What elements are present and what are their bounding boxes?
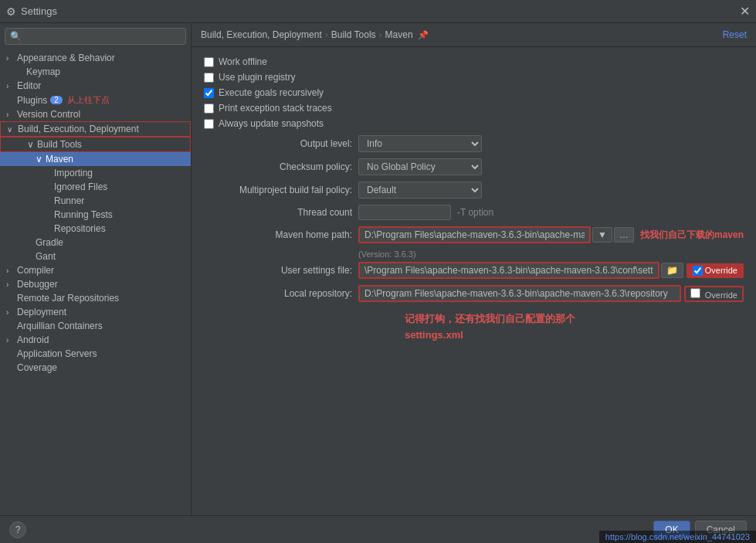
- maven-home-dropdown[interactable]: ▼: [592, 227, 612, 243]
- sidebar-item-appearance[interactable]: › Appearance & Behavior: [0, 51, 191, 65]
- url-bar: https://blog.csdn.net/weixin_44741023: [599, 531, 756, 543]
- maven-home-control: ▼ …: [358, 226, 634, 243]
- pin-icon: 📌: [418, 30, 429, 40]
- sidebar-item-build-tools[interactable]: ∨ Build Tools: [0, 137, 191, 152]
- local-repo-control: Override: [358, 285, 744, 302]
- output-level-select[interactable]: Info: [358, 135, 482, 152]
- local-repo-label: Local repository:: [204, 288, 358, 299]
- sidebar-item-runner[interactable]: Runner: [0, 194, 191, 208]
- override-check-input[interactable]: [693, 266, 703, 276]
- plugin-registry-label: Use plugin registry: [219, 72, 295, 83]
- sidebar-item-android[interactable]: › Android: [0, 333, 191, 347]
- user-settings-input[interactable]: [358, 262, 659, 279]
- sidebar-item-editor[interactable]: › Editor: [0, 79, 191, 93]
- override-checkbox-user[interactable]: Override: [687, 263, 744, 278]
- thread-count-input[interactable]: [358, 205, 451, 220]
- sidebar-item-maven[interactable]: ∨ Maven: [0, 152, 191, 166]
- sidebar-item-remote-jar[interactable]: Remote Jar Repositories: [0, 291, 191, 305]
- sidebar-item-label: Appearance & Behavior: [17, 53, 115, 63]
- sidebar-item-keymap[interactable]: Keymap: [0, 65, 191, 79]
- sidebar-item-gant[interactable]: Gant: [0, 249, 191, 263]
- sidebar-item-label: Runner: [54, 195, 84, 206]
- maven-home-input[interactable]: [358, 226, 591, 243]
- annotation-settings: 记得打钩，还有找我们自己配置的那个settings.xml: [405, 311, 744, 344]
- collapse-arrow: [6, 294, 14, 303]
- help-button[interactable]: ?: [9, 521, 26, 538]
- sidebar-item-coverage[interactable]: Coverage: [0, 361, 191, 375]
- close-button[interactable]: ✕: [740, 4, 750, 19]
- thread-count-control: -T option: [358, 205, 744, 220]
- collapse-arrow: ›: [6, 54, 14, 63]
- title-bar: ⚙ Settings ✕: [0, 0, 756, 23]
- sidebar-item-gradle[interactable]: Gradle: [0, 236, 191, 249]
- sidebar-item-build-exec[interactable]: ∨ Build, Execution, Deployment: [0, 121, 191, 137]
- user-settings-control: 📁 Override: [358, 262, 744, 279]
- collapse-arrow: ›: [6, 82, 14, 90]
- breadcrumb-part2: Build Tools: [331, 29, 376, 40]
- sidebar-item-importing[interactable]: Importing: [0, 166, 191, 180]
- always-update-checkbox[interactable]: [204, 119, 214, 129]
- sidebar-item-label: Keymap: [26, 66, 60, 77]
- execute-goals-label: Execute goals recursively: [219, 87, 324, 98]
- annotation-label: 从上往下点: [67, 94, 110, 106]
- sidebar-item-deployment[interactable]: › Deployment: [0, 305, 191, 319]
- local-repo-row: Local repository: Override: [204, 285, 744, 302]
- collapse-arrow: ›: [6, 110, 14, 119]
- collapse-arrow: [6, 364, 14, 372]
- checksum-policy-select[interactable]: No Global Policy: [358, 158, 482, 175]
- sidebar-item-label: Android: [17, 334, 49, 345]
- local-repo-input[interactable]: [358, 285, 681, 302]
- local-override-check-input[interactable]: [690, 288, 700, 298]
- settings-dialog: ⚙ Settings ✕ › Appearance & Behavior Key…: [0, 0, 756, 543]
- collapse-arrow: [6, 68, 14, 76]
- sidebar-item-label: Build, Execution, Deployment: [18, 124, 139, 134]
- sidebar-item-running-tests[interactable]: Running Tests: [0, 208, 191, 222]
- checksum-policy-row: Checksum policy: No Global Policy: [204, 158, 744, 175]
- sidebar-item-repositories[interactable]: Repositories: [0, 222, 191, 236]
- sidebar-item-label: Remote Jar Repositories: [17, 293, 119, 304]
- maven-home-browse[interactable]: …: [614, 227, 634, 243]
- multiproject-label: Multiproject build fail policy:: [204, 185, 358, 195]
- sidebar-item-label: Version Control: [17, 109, 80, 120]
- nothing2: ∨: [36, 154, 42, 165]
- plugin-registry-checkbox[interactable]: [204, 73, 214, 83]
- sidebar-item-label: Editor: [17, 80, 41, 91]
- multiproject-select[interactable]: Default: [358, 182, 482, 199]
- user-settings-browse[interactable]: 📁: [661, 263, 683, 278]
- checkbox-row-print-exception: Print exception stack traces: [204, 103, 744, 114]
- sidebar-item-debugger[interactable]: › Debugger: [0, 277, 191, 291]
- execute-goals-checkbox[interactable]: [204, 88, 214, 98]
- always-update-label: Always update snapshots: [219, 118, 324, 129]
- annotation-settings-text: 记得打钩，还有找我们自己配置的那个settings.xml: [405, 311, 744, 344]
- checkbox-row-always-update: Always update snapshots: [204, 118, 744, 129]
- override-checkbox-local[interactable]: Override: [684, 286, 744, 302]
- app-icon: ⚙: [6, 5, 16, 18]
- sidebar-item-arquillian[interactable]: Arquillian Containers: [0, 319, 191, 333]
- maven-home-row: Maven home path: ▼ … 找我们自己下载的maven: [204, 226, 744, 243]
- sidebar-item-version-control[interactable]: › Version Control: [0, 107, 191, 121]
- collapse-arrow: ∨: [7, 125, 15, 134]
- maven-home-label: Maven home path:: [204, 229, 358, 240]
- collapse-arrow: [6, 350, 14, 358]
- checkbox-row-execute-goals: Execute goals recursively: [204, 87, 744, 98]
- work-offline-checkbox[interactable]: [204, 57, 214, 67]
- sidebar-item-compiler[interactable]: › Compiler: [0, 263, 191, 277]
- multiproject-control: Default: [358, 182, 744, 199]
- sidebar-item-label: Repositories: [54, 223, 106, 234]
- collapse-arrow: ›: [6, 336, 14, 344]
- override-label: Override: [705, 266, 737, 275]
- maven-version: (Version: 3.6.3): [358, 249, 744, 259]
- work-offline-label: Work offline: [219, 56, 267, 67]
- sidebar-item-app-servers[interactable]: Application Servers: [0, 347, 191, 361]
- search-input[interactable]: [5, 28, 186, 45]
- multiproject-row: Multiproject build fail policy: Default: [204, 182, 744, 199]
- bottom-bar: ? OK Cancel https://blog.csdn.net/weixin…: [0, 515, 756, 543]
- print-exception-checkbox[interactable]: [204, 104, 214, 114]
- sidebar-item-ignored-files[interactable]: Ignored Files: [0, 180, 191, 194]
- user-settings-row: User settings file: 📁 Override: [204, 262, 744, 279]
- collapse-arrow: ›: [6, 308, 14, 317]
- reset-button[interactable]: Reset: [723, 29, 747, 40]
- sidebar-item-plugins[interactable]: Plugins 2 从上往下点: [0, 93, 191, 107]
- sidebar-item-label: Importing: [54, 168, 93, 178]
- collapse-arrow: [7, 141, 15, 149]
